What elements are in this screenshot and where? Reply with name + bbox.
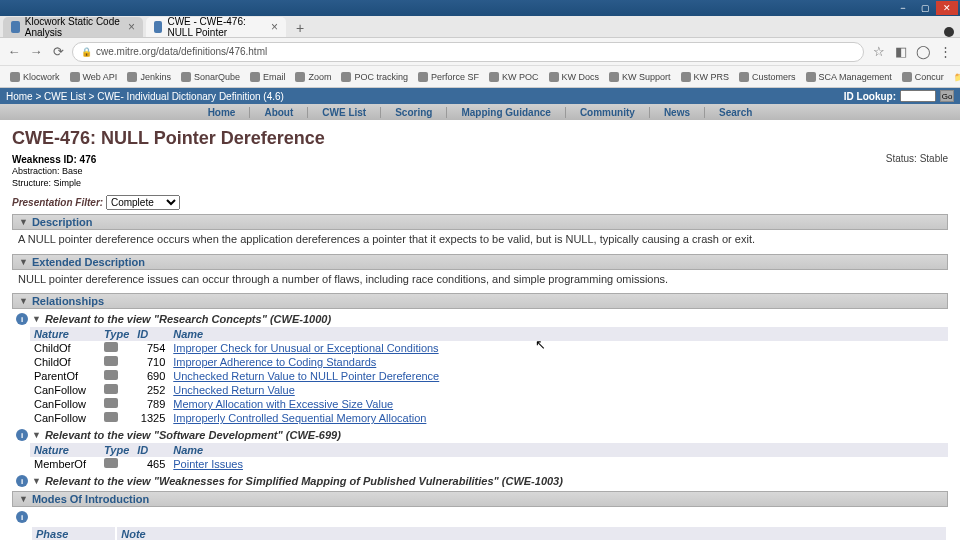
info-icon[interactable]: i xyxy=(16,511,28,523)
bookmark-label: Email xyxy=(263,72,286,82)
bookmark-item[interactable]: Concur xyxy=(898,70,948,84)
table-row: MemberOf465Pointer Issues xyxy=(30,457,948,471)
bookmark-item[interactable]: POC tracking xyxy=(337,70,412,84)
window-titlebar: − ▢ ✕ xyxy=(0,0,960,16)
bookmark-favicon-icon xyxy=(127,72,137,82)
maximize-button[interactable]: ▢ xyxy=(914,1,936,15)
filter-row: Presentation Filter: Complete xyxy=(12,195,948,210)
bookmark-label: Jenkins xyxy=(140,72,171,82)
menu-icon[interactable]: ⋮ xyxy=(936,44,954,60)
lock-icon: 🔒 xyxy=(81,47,92,57)
id-lookup-label: ID Lookup: xyxy=(844,91,896,102)
bookmark-item[interactable]: KW Docs xyxy=(545,70,604,84)
view-header[interactable]: i▼Relevant to the view "Research Concept… xyxy=(16,313,948,325)
weakness-link[interactable]: Memory Allocation with Excessive Size Va… xyxy=(173,398,393,410)
breadcrumb-list[interactable]: CWE List xyxy=(44,91,86,102)
browser-tab-active[interactable]: CWE - CWE-476: NULL Pointer × xyxy=(146,17,286,37)
star-bookmark-icon[interactable]: ☆ xyxy=(870,44,888,60)
forward-button[interactable]: → xyxy=(28,44,44,60)
cwe-nav-item[interactable]: Community xyxy=(566,107,650,118)
bookmark-label: KW PRS xyxy=(694,72,730,82)
id-lookup-input[interactable] xyxy=(900,90,936,102)
bookmark-item[interactable]: SonarQube xyxy=(177,70,244,84)
favicon-icon xyxy=(11,21,20,33)
bookmark-item[interactable]: Web API xyxy=(66,70,122,84)
weakness-link[interactable]: Unchecked Return Value xyxy=(173,384,294,396)
bookmark-favicon-icon xyxy=(902,72,912,82)
info-icon[interactable]: i xyxy=(16,475,28,487)
table-row: ParentOf690Unchecked Return Value to NUL… xyxy=(30,369,948,383)
bookmark-favicon-icon xyxy=(181,72,191,82)
nature-cell: ParentOf xyxy=(30,369,100,383)
cwe-nav-item[interactable]: CWE List xyxy=(308,107,381,118)
bookmark-item[interactable]: Customers xyxy=(735,70,800,84)
cwe-nav-item[interactable]: Scoring xyxy=(381,107,447,118)
section-modes-header[interactable]: ▼ Modes Of Introduction xyxy=(12,491,948,507)
weakness-link[interactable]: Unchecked Return Value to NULL Pointer D… xyxy=(173,370,439,382)
nature-cell: CanFollow xyxy=(30,383,100,397)
folder-icon: 📁 xyxy=(954,72,960,82)
profile-icon[interactable]: ◯ xyxy=(914,44,932,60)
cwe-nav-item[interactable]: News xyxy=(650,107,705,118)
bookmark-item[interactable]: Email xyxy=(246,70,290,84)
bookmark-favicon-icon xyxy=(418,72,428,82)
bookmark-item[interactable]: KW Support xyxy=(605,70,675,84)
close-tab-icon[interactable]: × xyxy=(128,20,135,34)
tab-title: CWE - CWE-476: NULL Pointer xyxy=(167,16,266,38)
minimize-button[interactable]: − xyxy=(892,1,914,15)
page-title: CWE-476: NULL Pointer Dereference xyxy=(12,128,948,149)
tab-overflow-icon[interactable] xyxy=(944,27,954,37)
reload-button[interactable]: ⟳ xyxy=(50,44,66,60)
section-relationships-header[interactable]: ▼ Relationships xyxy=(12,293,948,309)
bookmark-item[interactable]: KW PRS xyxy=(677,70,734,84)
bookmark-item[interactable]: Jenkins xyxy=(123,70,175,84)
bookmark-item[interactable]: SCA Management xyxy=(802,70,896,84)
browser-tab[interactable]: Klocwork Static Code Analysis × xyxy=(3,17,143,37)
view-header[interactable]: i▼Relevant to the view "Software Develop… xyxy=(16,429,948,441)
collapse-icon: ▼ xyxy=(32,314,41,324)
weakness-link[interactable]: Pointer Issues xyxy=(173,458,243,470)
view-header[interactable]: i▼Relevant to the view "Weaknesses for S… xyxy=(16,475,948,487)
weakness-link[interactable]: Improper Adherence to Coding Standards xyxy=(173,356,376,368)
bookmark-item[interactable]: KW POC xyxy=(485,70,543,84)
bookmark-label: Zoom xyxy=(308,72,331,82)
info-icon[interactable]: i xyxy=(16,313,28,325)
view-title: Relevant to the view "Research Concepts"… xyxy=(45,313,331,325)
weakness-link[interactable]: Improper Check for Unusual or Exceptiona… xyxy=(173,342,438,354)
bookmark-label: Concur xyxy=(915,72,944,82)
cwe-nav-item[interactable]: Home xyxy=(194,107,251,118)
address-row: ← → ⟳ 🔒 cwe.mitre.org/data/definitions/4… xyxy=(0,38,960,66)
bookmark-label: Customers xyxy=(752,72,796,82)
section-title: Extended Description xyxy=(32,256,145,268)
cwe-nav-item[interactable]: About xyxy=(250,107,308,118)
section-title: Relationships xyxy=(32,295,104,307)
type-icon xyxy=(104,356,118,366)
cwe-nav-item[interactable]: Mapping Guidance xyxy=(447,107,565,118)
filter-select[interactable]: Complete xyxy=(106,195,180,210)
extension-icon[interactable]: ◧ xyxy=(892,44,910,60)
back-button[interactable]: ← xyxy=(6,44,22,60)
section-title: Modes Of Introduction xyxy=(32,493,149,505)
section-description-header[interactable]: ▼ Description xyxy=(12,214,948,230)
info-icon[interactable]: i xyxy=(16,429,28,441)
weakness-link[interactable]: Improperly Controlled Sequential Memory … xyxy=(173,412,426,424)
table-row: ChildOf754Improper Check for Unusual or … xyxy=(30,341,948,355)
close-window-button[interactable]: ✕ xyxy=(936,1,958,15)
bookmark-label: KW Support xyxy=(622,72,671,82)
bookmark-item[interactable]: Perforce SF xyxy=(414,70,483,84)
bookmark-label: KW Docs xyxy=(562,72,600,82)
other-bookmarks-folder[interactable]: 📁Other bookmarks xyxy=(950,70,960,84)
id-lookup-go-button[interactable]: Go xyxy=(940,90,954,102)
breadcrumb-home[interactable]: Home xyxy=(6,91,33,102)
close-tab-icon[interactable]: × xyxy=(271,20,278,34)
new-tab-button[interactable]: + xyxy=(290,19,310,37)
bookmark-label: SCA Management xyxy=(819,72,892,82)
id-cell: 754 xyxy=(133,341,169,355)
cwe-nav-item[interactable]: Search xyxy=(705,107,766,118)
section-extended-header[interactable]: ▼ Extended Description xyxy=(12,254,948,270)
bookmark-item[interactable]: Klocwork xyxy=(6,70,64,84)
nature-cell: ChildOf xyxy=(30,341,100,355)
bookmark-item[interactable]: Zoom xyxy=(291,70,335,84)
type-icon xyxy=(104,370,118,380)
url-bar[interactable]: 🔒 cwe.mitre.org/data/definitions/476.htm… xyxy=(72,42,864,62)
